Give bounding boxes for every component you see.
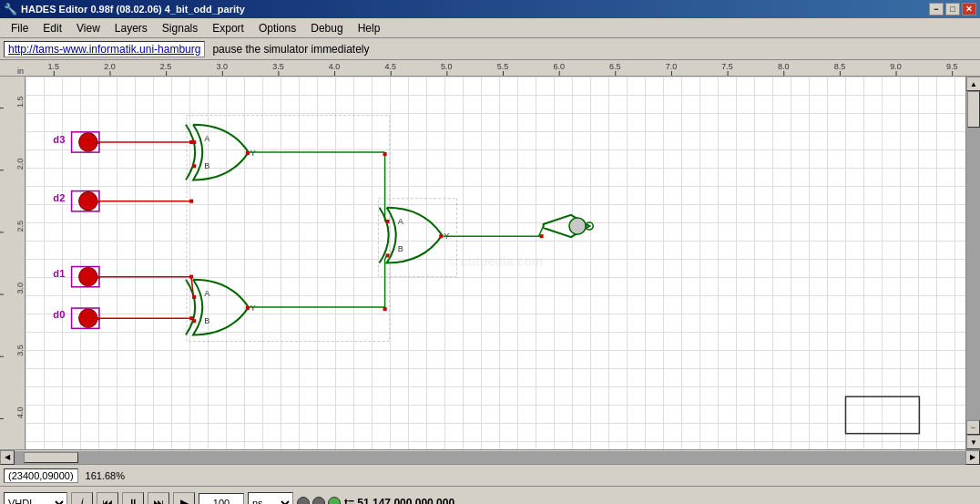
ruler-ticks	[26, 60, 980, 76]
menu-export[interactable]: Export	[205, 20, 251, 36]
svg-rect-24	[192, 164, 196, 168]
light-1	[297, 497, 310, 505]
vertical-ruler-canvas	[0, 77, 25, 449]
status-lights	[297, 497, 341, 505]
language-selector[interactable]: VHDL Verilog	[4, 492, 67, 505]
svg-text:B: B	[204, 161, 209, 170]
info-button[interactable]: i	[71, 492, 93, 505]
svg-rect-36	[383, 152, 387, 156]
svg-rect-41	[383, 307, 387, 311]
play-button[interactable]: ▶	[173, 492, 195, 505]
ruler-unit-label: in	[0, 67, 26, 76]
scroll-right-button[interactable]: ▶	[965, 450, 980, 465]
menu-edit[interactable]: Edit	[36, 20, 69, 36]
svg-rect-29	[192, 295, 196, 299]
svg-rect-12	[97, 276, 100, 279]
title-bar-controls: − □ ✕	[929, 3, 976, 15]
svg-text:B: B	[204, 316, 209, 325]
scroll-track-horizontal[interactable]	[15, 451, 965, 464]
svg-rect-25	[246, 151, 250, 155]
time-input[interactable]	[199, 493, 244, 505]
xor-gate-2: A B Y	[186, 280, 256, 335]
close-button[interactable]: ✕	[962, 3, 976, 15]
pause-button[interactable]: ⏸	[122, 492, 144, 505]
scroll-track-vertical[interactable]	[966, 91, 980, 420]
menu-signals[interactable]: Signals	[155, 20, 205, 36]
svg-rect-47	[439, 234, 443, 238]
menu-view[interactable]: View	[69, 20, 107, 36]
menu-debug[interactable]: Debug	[303, 20, 350, 36]
scroll-separator: ┄	[966, 420, 980, 435]
svg-text:A: A	[204, 134, 210, 143]
title-bar-left: 🔧 HADES Editor 0.98f (08.02.06) 4_bit_od…	[4, 3, 245, 15]
svg-text:B: B	[398, 244, 403, 253]
svg-rect-51	[540, 234, 544, 238]
xor-gate-3: A B Y	[380, 208, 450, 263]
menu-options[interactable]: Options	[251, 20, 303, 36]
svg-text:A: A	[398, 217, 404, 226]
xor-gate-1: A B Y	[186, 125, 256, 180]
scroll-down-button[interactable]: ▼	[966, 435, 980, 449]
output-buffer	[544, 215, 594, 237]
address-url[interactable]: http://tams-www.informatik.uni-hamburg	[4, 41, 205, 57]
rewind-button[interactable]: ⏮	[97, 492, 118, 505]
window-title: HADES Editor 0.98f (08.02.06) 4_bit_odd_…	[21, 4, 245, 15]
horizontal-scrollbar[interactable]: ◀ ▶	[0, 449, 980, 464]
title-bar: 🔧 HADES Editor 0.98f (08.02.06) 4_bit_od…	[0, 0, 980, 18]
app-icon: 🔧	[4, 3, 17, 15]
scroll-left-button[interactable]: ◀	[0, 450, 15, 465]
svg-rect-7	[97, 201, 100, 203]
vertical-scrollbar[interactable]: ▲ ┄ ▼	[965, 77, 980, 449]
menu-layers[interactable]: Layers	[107, 20, 155, 36]
svg-rect-57	[845, 396, 919, 433]
bottom-toolbar: VHDL Verilog i ⏮ ⏸ ⏭ ▶ ns us ms t= 51.14…	[0, 486, 980, 504]
svg-point-11	[79, 268, 97, 286]
horizontal-ruler: in	[0, 60, 980, 77]
vertical-ruler	[0, 77, 26, 449]
circuit-canvas[interactable]: © cutpedia.com d3 d2 d1	[26, 77, 965, 449]
svg-line-49	[385, 255, 387, 259]
light-2	[312, 497, 325, 505]
label-d1: d1	[53, 268, 65, 279]
svg-rect-17	[97, 317, 100, 320]
main-area: © cutpedia.com d3 d2 d1	[0, 77, 980, 449]
fast-forward-button[interactable]: ⏭	[148, 492, 169, 505]
svg-point-1	[79, 133, 97, 151]
minimize-button[interactable]: −	[929, 3, 944, 15]
svg-rect-2	[97, 141, 100, 144]
svg-text:Y: Y	[250, 303, 256, 313]
svg-rect-30	[192, 319, 196, 323]
status-bar: (23400,09000) 161.68%	[0, 464, 980, 486]
scroll-thumb-horizontal[interactable]	[24, 452, 78, 463]
light-3	[328, 497, 341, 505]
time-unit-selector[interactable]: ns us ms	[248, 492, 293, 505]
zoom-display: 161.68%	[86, 470, 125, 481]
label-d3: d3	[53, 134, 65, 145]
scroll-thumb-vertical[interactable]	[967, 91, 980, 128]
circuit-svg: d3 d2 d1 d0	[26, 77, 965, 449]
scroll-up-button[interactable]: ▲	[966, 77, 980, 91]
svg-text:Y: Y	[250, 149, 256, 158]
ruler-canvas	[26, 60, 980, 76]
status-text: pause the simulator immediately	[212, 43, 369, 56]
svg-text:A: A	[204, 289, 210, 298]
svg-point-6	[79, 192, 97, 211]
coordinates-display: (23400,09000)	[4, 468, 78, 483]
menu-help[interactable]: Help	[351, 20, 388, 36]
svg-point-16	[79, 309, 97, 327]
address-bar: http://tams-www.informatik.uni-hamburg p…	[0, 38, 980, 60]
svg-rect-31	[246, 306, 250, 310]
label-d2: d2	[53, 192, 65, 203]
time-display: t= 51.147,000,000,000	[344, 497, 454, 505]
svg-point-52	[569, 218, 586, 234]
menu-file[interactable]: File	[4, 20, 36, 36]
maximize-button[interactable]: □	[945, 3, 960, 15]
menu-bar: File Edit View Layers Signals Export Opt…	[0, 18, 980, 38]
label-d0: d0	[53, 309, 65, 320]
